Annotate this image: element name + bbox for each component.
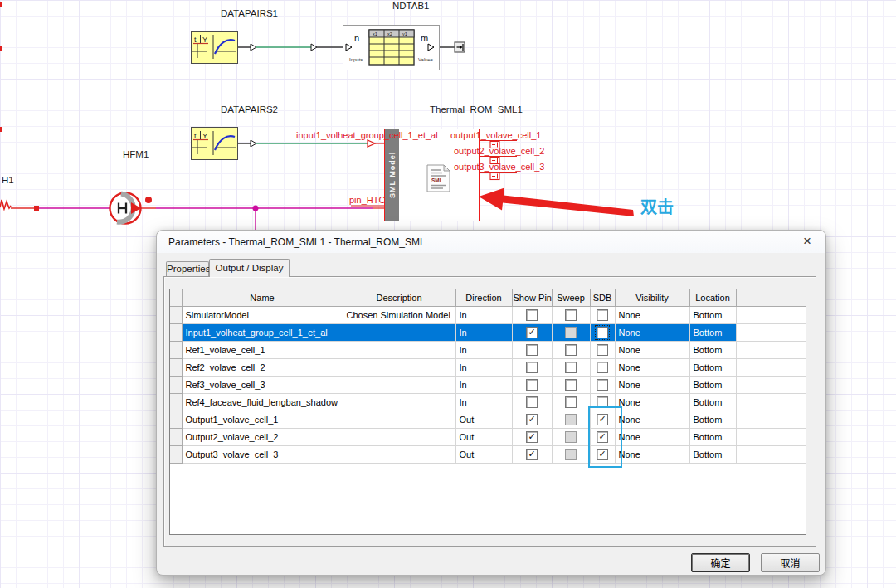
cell-name[interactable]: Output2_volave_cell_2	[182, 429, 343, 446]
parameters-table[interactable]: NameDescriptionDirectionShow PinSweepSDB…	[170, 289, 806, 464]
cell-visibility[interactable]: None	[615, 307, 689, 324]
checkbox-unchecked[interactable]	[526, 362, 538, 373]
checkbox-unchecked[interactable]	[597, 309, 608, 321]
cell-name[interactable]: Ref4_faceave_fluid_lengban_shadow	[182, 394, 343, 411]
column-header[interactable]: Description	[343, 289, 455, 307]
table-row[interactable]: Output3_volave_cell_3Out✓✓NoneBottom	[170, 446, 806, 464]
cell-sweep[interactable]	[552, 307, 590, 324]
checkbox-disabled[interactable]	[565, 431, 577, 443]
cell-show-pin[interactable]: ✓	[512, 429, 552, 446]
cell-visibility[interactable]: None	[615, 429, 689, 446]
cell-sdb[interactable]	[590, 377, 615, 394]
cell-sdb[interactable]	[590, 394, 615, 411]
goto-terminal-icon[interactable]	[455, 42, 465, 52]
cell-show-pin[interactable]	[512, 359, 552, 377]
checkbox-unchecked[interactable]	[597, 344, 608, 356]
row-header[interactable]	[170, 359, 182, 377]
cell-visibility[interactable]: None	[615, 394, 689, 411]
checkbox-checked[interactable]: ✓	[597, 431, 608, 443]
cell-description[interactable]	[343, 377, 455, 394]
checkbox-checked[interactable]: ✓	[526, 449, 538, 460]
cell-sweep[interactable]	[552, 446, 590, 464]
cell-description[interactable]: Chosen Simulation Model	[343, 307, 455, 324]
block-datapairs2[interactable]: t Y	[191, 127, 238, 163]
cell-show-pin[interactable]: ✓	[512, 446, 552, 464]
block-thermal-rom-sml1[interactable]: SML Model SML	[384, 129, 480, 221]
cell-location[interactable]: Bottom	[689, 394, 736, 411]
cell-name[interactable]: Output3_volave_cell_3	[182, 446, 343, 464]
cell-description[interactable]	[343, 359, 455, 377]
row-header[interactable]	[170, 394, 182, 411]
checkbox-unchecked[interactable]	[597, 396, 608, 408]
column-header[interactable]: Visibility	[615, 289, 689, 307]
cell-sdb[interactable]: ✓	[590, 411, 615, 429]
cell-name[interactable]: Ref1_volave_cell_1	[182, 342, 343, 359]
cell-location[interactable]: Bottom	[689, 359, 736, 377]
row-header[interactable]	[170, 429, 182, 446]
checkbox-checked[interactable]: ✓	[597, 414, 608, 425]
column-header[interactable]: Name	[182, 289, 343, 307]
cell-sweep[interactable]	[552, 324, 590, 342]
cell-show-pin[interactable]	[512, 377, 552, 394]
tab-output-display[interactable]: Output / Display	[209, 259, 290, 277]
checkbox-disabled[interactable]	[565, 327, 577, 338]
cell-description[interactable]	[343, 446, 455, 464]
row-header[interactable]	[170, 377, 182, 394]
cell-direction[interactable]: In	[455, 342, 512, 359]
cell-sweep[interactable]	[552, 394, 590, 411]
cell-visibility[interactable]: None	[615, 359, 689, 377]
table-row[interactable]: Output1_volave_cell_1Out✓✓NoneBottom	[170, 411, 806, 429]
checkbox-unchecked[interactable]	[526, 344, 538, 356]
cell-visibility[interactable]: None	[615, 324, 689, 342]
cell-name[interactable]: Input1_volheat_group_cell_1_et_al	[182, 324, 343, 342]
cell-visibility[interactable]: None	[615, 411, 689, 429]
checkbox-unchecked[interactable]	[565, 362, 577, 373]
cell-location[interactable]: Bottom	[689, 446, 736, 464]
block-datapairs1[interactable]: t Y	[191, 31, 238, 67]
row-header[interactable]	[170, 324, 182, 342]
cell-description[interactable]	[343, 411, 455, 429]
cell-sweep[interactable]	[552, 411, 590, 429]
cell-description[interactable]	[343, 342, 455, 359]
cell-location[interactable]: Bottom	[689, 411, 736, 429]
cell-direction[interactable]: In	[455, 359, 512, 377]
checkbox-unchecked[interactable]	[565, 309, 577, 321]
cell-name[interactable]: Ref2_volave_cell_2	[182, 359, 343, 377]
cell-location[interactable]: Bottom	[689, 377, 736, 394]
cell-name[interactable]: Output1_volave_cell_1	[182, 411, 343, 429]
checkbox-checked[interactable]: ✓	[597, 449, 608, 460]
checkbox-unchecked[interactable]	[526, 309, 538, 321]
table-row[interactable]: Input1_volheat_group_cell_1_et_alIn✓None…	[170, 324, 806, 342]
cell-sdb[interactable]: ✓	[590, 429, 615, 446]
cancel-button[interactable]: 取消	[761, 553, 820, 572]
checkbox-disabled[interactable]	[565, 414, 577, 425]
checkbox-unchecked[interactable]	[597, 362, 608, 373]
close-icon[interactable]: ×	[799, 233, 816, 250]
cell-description[interactable]	[343, 324, 455, 342]
row-header[interactable]	[170, 342, 182, 359]
cell-visibility[interactable]: None	[615, 377, 689, 394]
cell-visibility[interactable]: None	[615, 446, 689, 464]
checkbox-unchecked[interactable]	[526, 379, 538, 391]
cell-direction[interactable]: In	[455, 307, 512, 324]
cell-direction[interactable]: Out	[455, 446, 512, 464]
cell-direction[interactable]: Out	[455, 429, 512, 446]
row-header[interactable]	[170, 446, 182, 464]
cell-location[interactable]: Bottom	[689, 342, 736, 359]
ok-button[interactable]: 确定	[691, 553, 750, 572]
tab-properties[interactable]: Properties	[166, 261, 209, 276]
checkbox-disabled[interactable]	[565, 449, 577, 460]
table-row[interactable]: SimulatorModelChosen Simulation ModelInN…	[170, 307, 806, 324]
cell-sweep[interactable]	[552, 377, 590, 394]
dialog-titlebar[interactable]: Parameters - Thermal_ROM_SML1 - Thermal_…	[157, 231, 825, 253]
checkbox-unchecked[interactable]	[565, 379, 577, 391]
row-header[interactable]	[170, 411, 182, 429]
cell-sdb[interactable]	[590, 307, 615, 324]
checkbox-checked[interactable]: ✓	[526, 414, 538, 425]
column-header[interactable]: SDB	[590, 289, 615, 307]
checkbox-focus[interactable]	[597, 327, 608, 338]
cell-show-pin[interactable]	[512, 342, 552, 359]
column-header[interactable]: Direction	[455, 289, 512, 307]
cell-sweep[interactable]	[552, 342, 590, 359]
cell-direction[interactable]: In	[455, 394, 512, 411]
